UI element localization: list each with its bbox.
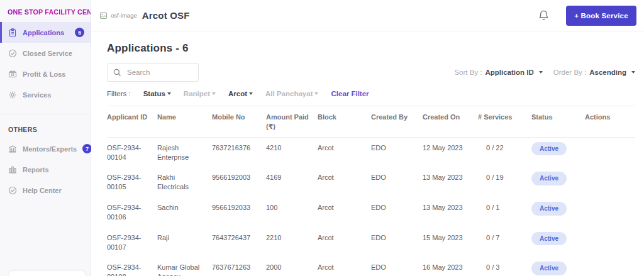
column-header: # Services	[478, 113, 531, 131]
cell-applicant-id: OSF-2934-00104	[107, 143, 157, 162]
cell-amount-paid: 4210	[266, 143, 318, 153]
help-circle-icon	[8, 186, 17, 195]
column-header: Amount Paid (₹)	[266, 113, 318, 131]
sidebar-bottom-card	[9, 271, 86, 276]
sort-by-label: Sort By :	[454, 69, 482, 76]
cell-block: Arcot	[318, 263, 371, 272]
filter-label: Ranipet	[184, 90, 210, 97]
clear-filter-link[interactable]: Clear Filter	[331, 90, 369, 97]
cell-name: Sachin	[157, 203, 212, 213]
cell-applicant-id: OSF-2934-00105	[107, 173, 157, 192]
chevron-down-icon	[167, 92, 171, 95]
cell-amount-paid: 100	[266, 203, 318, 213]
cell-services-count: 0 / 3	[478, 263, 531, 272]
sort-controls: Sort By : Application ID Order By : Asce…	[454, 69, 635, 76]
cell-block: Arcot	[318, 143, 371, 153]
sidebar-item-services[interactable]: Services	[0, 84, 91, 105]
filter-status-dropdown[interactable]: Status	[143, 90, 171, 97]
filter-panchayat-dropdown[interactable]: All Panchayat	[265, 90, 318, 97]
cell-applicant-id: OSF-2934-00106	[107, 203, 157, 222]
status-badge: Active	[531, 262, 567, 275]
chevron-down-icon	[631, 71, 635, 74]
table-row: OSF-2934-00106 Sachin 9566192033 100 Arc…	[107, 197, 635, 228]
gear-icon	[8, 91, 17, 99]
table-row: OSF-2934-00104 Rajesh Enterprise 7637216…	[107, 138, 635, 168]
column-header: Created By	[371, 113, 423, 131]
sidebar-item-profit-loss[interactable]: Profit & Loss	[0, 63, 91, 84]
column-header: Block	[318, 113, 371, 131]
cell-applicant-id: OSF-2934-00107	[107, 233, 157, 252]
chevron-down-icon	[314, 92, 318, 95]
top-header-bar: osf-image Arcot OSF + Book Service	[91, 0, 644, 31]
cell-created-on: 16 May 2023	[423, 263, 478, 272]
sort-by-select[interactable]: Application ID	[485, 69, 533, 76]
status-badge: Active	[531, 172, 567, 185]
status-badge: Active	[531, 202, 567, 216]
page-title-header: Arcot OSF	[142, 10, 190, 21]
search-input[interactable]	[126, 68, 192, 77]
table-row: OSF-2934-00108 Kumar Global Agency 76376…	[107, 257, 635, 276]
notification-bell-icon[interactable]	[538, 9, 550, 22]
cell-block: Arcot	[318, 203, 371, 213]
sidebar-item-label: Profit & Loss	[23, 70, 65, 78]
status-badge: Active	[531, 142, 567, 156]
sidebar-item-applications[interactable]: Applications 6	[0, 22, 91, 43]
cell-mobile-no: 9566192003	[212, 173, 266, 182]
filter-block-dropdown[interactable]: Arcot	[228, 90, 253, 97]
check-circle-icon	[8, 49, 17, 58]
cell-amount-paid: 4169	[266, 173, 318, 182]
bar-chart-icon	[8, 165, 17, 174]
column-header: Name	[157, 113, 212, 131]
applications-count-badge: 6	[75, 28, 84, 37]
search-box	[107, 63, 199, 82]
cell-block: Arcot	[318, 233, 371, 243]
order-by-select[interactable]: Ascending	[589, 69, 626, 76]
cell-services-count: 0 / 7	[478, 233, 531, 243]
sidebar-nav-others: Mentors/Experts 7 Reports Help Center	[0, 138, 91, 201]
table-row: OSF-2934-00105 Rakhi Electricals 9566192…	[107, 167, 635, 197]
cell-block: Arcot	[318, 173, 371, 182]
sidebar-nav: Applications 6 Closed Service Profit & L…	[0, 22, 91, 105]
search-icon	[113, 69, 121, 77]
sidebar-item-reports[interactable]: Reports	[0, 159, 91, 180]
filter-label: Arcot	[228, 90, 247, 97]
others-section-label: OTHERS	[0, 114, 91, 138]
cell-created-by: EDO	[371, 143, 423, 153]
cell-name: Rajesh Enterprise	[157, 143, 212, 162]
sidebar-item-label: Help Center	[23, 187, 62, 194]
table-header-row: Applicant ID Name Mobile No Amount Paid …	[107, 106, 635, 138]
cell-name: Raji	[157, 233, 212, 243]
book-service-button[interactable]: + Book Service	[566, 6, 636, 26]
sidebar-item-closed-service[interactable]: Closed Service	[0, 43, 91, 63]
cell-created-by: EDO	[371, 203, 423, 213]
filter-label: All Panchayat	[265, 90, 313, 97]
cell-created-on: 13 May 2023	[423, 203, 478, 213]
cell-applicant-id: OSF-2934-00108	[107, 263, 157, 276]
sidebar-item-label: Mentors/Experts	[23, 145, 77, 153]
cell-mobile-no: 9566192033	[212, 203, 266, 213]
cell-name: Rakhi Electricals	[157, 173, 212, 192]
table-row: OSF-2934-00107 Raji 7643726437 2210 Arco…	[107, 228, 635, 258]
column-header: Actions	[585, 113, 635, 131]
filter-district-dropdown[interactable]: Ranipet	[184, 90, 216, 97]
cell-created-by: EDO	[371, 263, 423, 272]
sidebar-item-label: Applications	[23, 29, 64, 36]
sidebar-item-label: Services	[23, 91, 51, 99]
chevron-down-icon	[212, 92, 216, 95]
cell-name: Kumar Global Agency	[157, 263, 212, 276]
column-header: Applicant ID	[107, 113, 157, 131]
cell-created-on: 12 May 2023	[423, 143, 478, 153]
logo-alt-text: osf-image	[111, 12, 137, 19]
cell-amount-paid: 2000	[266, 263, 318, 272]
filter-label: Status	[143, 90, 165, 97]
sidebar-item-mentors-experts[interactable]: Mentors/Experts 7	[0, 138, 91, 159]
applications-heading: Applications - 6	[107, 42, 635, 55]
sidebar-item-help-center[interactable]: Help Center	[0, 180, 91, 201]
main-content: Applications - 6 Sort By : Application I…	[91, 32, 644, 276]
cell-created-on: 15 May 2023	[423, 233, 478, 243]
osf-logo: osf-image	[100, 12, 137, 19]
clipboard-icon	[8, 28, 17, 37]
column-header: Status	[531, 113, 585, 131]
cell-mobile-no: 7637216376	[212, 143, 266, 153]
brand-title: ONE STOP FACILITY CENTRE	[0, 0, 91, 22]
